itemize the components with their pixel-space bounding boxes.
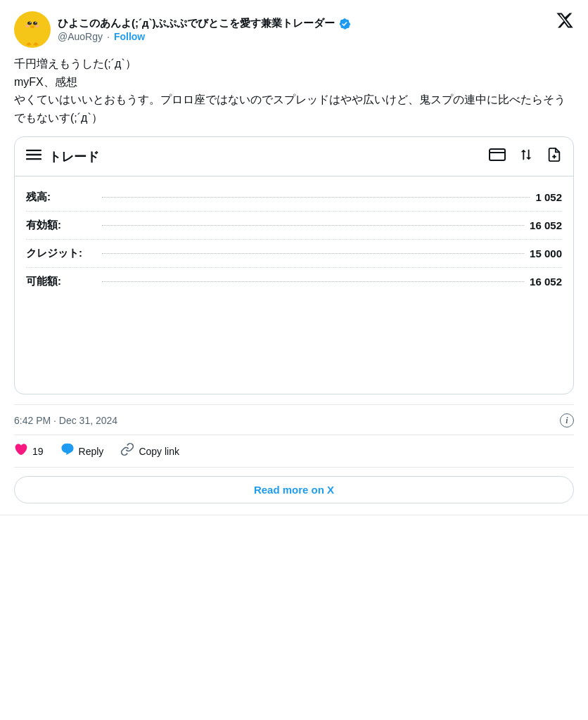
tweet-timestamp: 6:42 PM · Dec 31, 2024 i	[14, 404, 574, 435]
svg-point-3	[33, 22, 37, 25]
svg-point-6	[30, 25, 34, 28]
credit-value: 15 000	[530, 248, 562, 259]
svg-rect-19	[26, 158, 41, 160]
dots-2	[102, 225, 524, 226]
credit-label: クレジット:	[26, 247, 96, 260]
svg-point-1	[25, 17, 40, 32]
table-row: 残高: 1 052	[26, 184, 562, 212]
tweet-card: ひよこのあんよ(;´д`)ぷぷぷでびとこを愛す兼業トレーダー @AuoRgy ·…	[0, 0, 588, 515]
hamburger-icon[interactable]	[26, 147, 41, 166]
svg-point-2	[27, 22, 32, 25]
tweet-body: 千円増えもうした(;´д`） myFX、感想 やくていはいいとおもうす。プロロ座…	[14, 55, 574, 127]
reply-action[interactable]: Reply	[60, 442, 104, 460]
x-logo[interactable]	[556, 11, 574, 34]
follow-button[interactable]: Follow	[114, 31, 145, 42]
tweet-actions: 19 Reply Copy link	[14, 435, 574, 467]
tweet-header: ひよこのあんよ(;´д`)ぷぷぷでびとこを愛す兼業トレーダー @AuoRgy ·…	[14, 11, 574, 48]
display-name: ひよこのあんよ(;´д`)ぷぷぷでびとこを愛す兼業トレーダー	[58, 17, 335, 30]
dots-3	[102, 253, 524, 254]
svg-rect-20	[490, 149, 505, 160]
username-follow-row: @AuoRgy · Follow	[58, 31, 351, 42]
table-row: クレジット: 15 000	[26, 240, 562, 268]
like-count: 19	[32, 446, 44, 457]
reply-label: Reply	[79, 446, 104, 457]
reply-icon	[60, 442, 75, 460]
copy-link-action[interactable]: Copy link	[120, 442, 179, 460]
svg-point-4	[30, 22, 31, 23]
add-file-icon[interactable]	[547, 147, 562, 166]
equity-label: 有効額:	[26, 219, 96, 232]
dots-1	[102, 197, 530, 198]
info-icon[interactable]: i	[560, 413, 574, 428]
verified-badge	[338, 18, 351, 30]
username: @AuoRgy	[58, 31, 103, 42]
link-icon	[120, 442, 134, 460]
svg-point-8	[35, 25, 39, 27]
read-more-button[interactable]: Read more on X	[14, 476, 574, 503]
svg-rect-18	[26, 154, 41, 155]
sort-icon[interactable]	[518, 147, 534, 166]
tweet-line3: やくていはいいとおもうす。プロロ座ではないのでスプレッドはやや広いけど、鬼スプの…	[14, 91, 574, 127]
dot-separator: ·	[107, 31, 110, 42]
timestamp-text: 6:42 PM · Dec 31, 2024	[14, 415, 117, 426]
equity-value: 16 052	[530, 219, 562, 231]
trading-panel: トレード 残高: 1 052	[14, 136, 574, 394]
panel-title: トレード	[49, 148, 99, 165]
heart-icon	[14, 442, 28, 460]
tweet-line2: myFX、感想	[14, 73, 574, 91]
read-more-row: Read more on X	[14, 467, 574, 515]
avatar[interactable]	[14, 11, 51, 48]
display-name-row: ひよこのあんよ(;´д`)ぷぷぷでびとこを愛す兼業トレーダー	[58, 17, 351, 30]
svg-rect-17	[26, 150, 41, 151]
panel-header-left: トレード	[26, 147, 99, 166]
panel-header: トレード	[15, 137, 573, 176]
user-info: ひよこのあんよ(;´д`)ぷぷぷでびとこを愛す兼業トレーダー @AuoRgy ·…	[58, 17, 351, 42]
available-value: 16 052	[530, 276, 562, 288]
balance-label: 残高:	[26, 191, 96, 204]
balance-value: 1 052	[535, 191, 562, 203]
tweet-line1: 千円増えもうした(;´д`）	[14, 55, 574, 73]
svg-point-7	[25, 25, 30, 27]
empty-area	[15, 302, 573, 394]
copy-link-label: Copy link	[139, 446, 179, 457]
header-left: ひよこのあんよ(;´д`)ぷぷぷでびとこを愛す兼業トレーダー @AuoRgy ·…	[14, 11, 351, 48]
table-row: 可能額: 16 052	[26, 268, 562, 295]
available-label: 可能額:	[26, 275, 96, 288]
panel-header-icons	[489, 147, 562, 166]
dots-4	[102, 281, 524, 282]
svg-point-5	[35, 22, 37, 23]
table-row: 有効額: 16 052	[26, 212, 562, 240]
like-action[interactable]: 19	[14, 442, 44, 460]
data-rows: 残高: 1 052 有効額: 16 052 クレジット: 15 000 可能額:…	[15, 176, 573, 302]
card-icon[interactable]	[489, 148, 506, 165]
